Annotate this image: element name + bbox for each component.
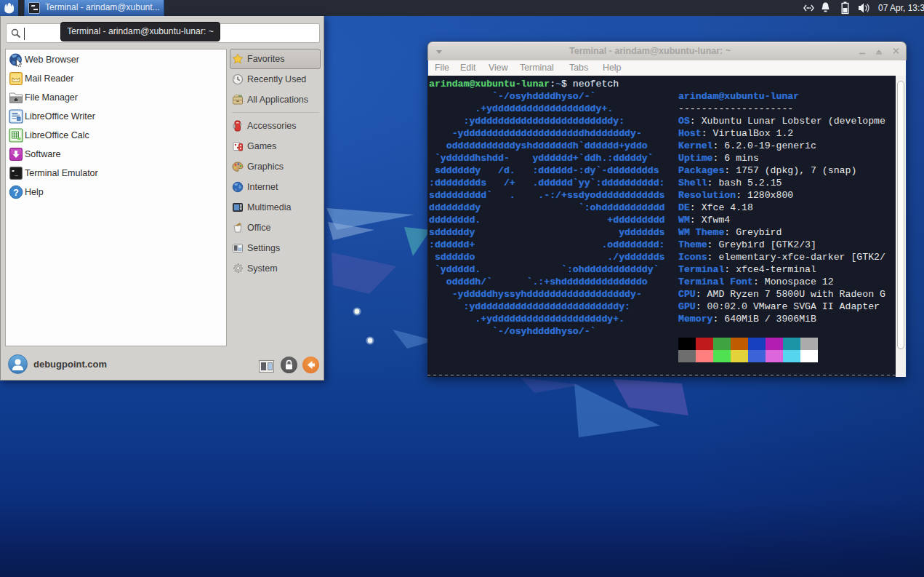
svg-text:?: ? bbox=[13, 187, 19, 198]
